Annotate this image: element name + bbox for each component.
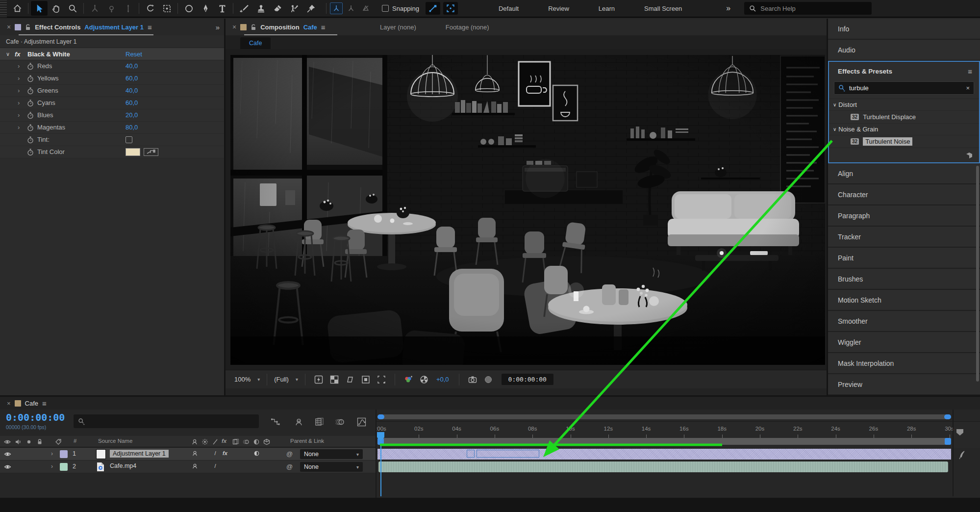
transparency-grid-icon[interactable] xyxy=(328,374,341,385)
audio-column-icon[interactable] xyxy=(15,438,22,445)
effect-controls-layer-name[interactable]: Adjustment Layer 1 xyxy=(84,24,144,31)
magnification-value[interactable]: 100% xyxy=(234,376,251,383)
shy-switch[interactable] xyxy=(190,450,199,458)
snap-to-features-icon[interactable] xyxy=(443,2,458,15)
workspace-tab-learn[interactable]: Learn xyxy=(599,5,615,12)
workspace-tab-review[interactable]: Review xyxy=(548,5,569,12)
guides-options-icon[interactable] xyxy=(359,374,372,385)
panel-menu-icon[interactable]: ≡ xyxy=(968,67,972,76)
layer-in-handle[interactable] xyxy=(467,450,475,458)
panel-tab-wiggler[interactable]: Wiggler xyxy=(828,332,980,353)
effects-group-noise-grain[interactable]: ∨ Noise & Grain xyxy=(829,123,979,135)
chevron-down-icon[interactable]: ▾ xyxy=(257,377,260,382)
layer-row-adjustment[interactable]: › 1 Adjustment Layer 1 / fx @ None▾ xyxy=(0,448,377,461)
snap-along-edges-icon[interactable] xyxy=(426,2,440,15)
effect-header-row[interactable]: ∨ fx Black & White Reset xyxy=(0,48,224,60)
navigator-start-handle[interactable] xyxy=(377,414,384,419)
dolly-camera-tool-icon[interactable] xyxy=(120,1,136,16)
panel-tab-smoother[interactable]: Smoother xyxy=(828,311,980,332)
param-row-blues[interactable]: › Blues 20,0 xyxy=(0,109,224,122)
expander-icon[interactable]: › xyxy=(18,124,20,131)
stopwatch-icon[interactable] xyxy=(27,149,34,156)
stopwatch-icon[interactable] xyxy=(27,87,34,95)
stopwatch-icon[interactable] xyxy=(27,100,34,107)
workspace-overflow-icon[interactable]: » xyxy=(726,4,730,13)
puppet-pin-tool-icon[interactable] xyxy=(302,1,319,16)
param-row-greens[interactable]: › Greens 40,0 xyxy=(0,85,224,97)
search-help-field[interactable]: Search Help xyxy=(744,2,872,15)
effect-item-turbulent-noise[interactable]: 32 Turbulent Noise xyxy=(829,135,979,148)
resolution-value[interactable]: (Full) xyxy=(274,376,289,383)
work-area-bar[interactable] xyxy=(377,438,951,445)
solo-column-icon[interactable] xyxy=(25,438,33,445)
panel-tab-mask-interpolation[interactable]: Mask Interpolation xyxy=(828,353,980,374)
parent-dropdown[interactable]: None▾ xyxy=(300,449,363,459)
panel-tab-audio[interactable]: Audio xyxy=(828,40,980,61)
timeline-track-area[interactable]: :00s02s04s06s08s10s12s14s16s18s20s22s24s… xyxy=(377,410,980,496)
mini-flowchart-icon[interactable] xyxy=(268,415,282,428)
graph-editor-icon[interactable] xyxy=(354,415,369,428)
eyedropper-button[interactable] xyxy=(144,148,158,156)
current-time-display[interactable]: 0:00:00:00 xyxy=(6,411,65,423)
world-axis-mode-icon[interactable] xyxy=(345,2,357,14)
exposure-value[interactable]: +0,0 xyxy=(436,376,449,383)
panel-tab-info[interactable]: Info xyxy=(828,19,980,40)
timeline-tab-cafe[interactable]: Cafe xyxy=(25,400,38,407)
effect-name[interactable]: Black & White xyxy=(27,51,70,58)
pen-tool-icon[interactable] xyxy=(197,1,214,16)
visibility-eye-icon[interactable] xyxy=(4,451,11,459)
param-row-tint-color[interactable]: Tint Color xyxy=(0,146,224,158)
panel-menu-icon[interactable]: ≡ xyxy=(321,23,326,31)
panel-tab-motion-sketch[interactable]: Motion Sketch xyxy=(828,290,980,311)
shy-column-icon[interactable] xyxy=(191,438,199,445)
workspace-tab-default[interactable]: Default xyxy=(499,5,519,12)
new-preset-icon[interactable] xyxy=(965,152,973,159)
expander-icon[interactable]: › xyxy=(18,87,20,94)
mask-visibility-icon[interactable] xyxy=(344,374,356,385)
home-tool-icon[interactable] xyxy=(9,1,25,16)
frame-blend-column-icon[interactable] xyxy=(232,438,240,445)
region-of-interest-icon[interactable] xyxy=(375,374,388,385)
parent-pickwhip-icon[interactable]: @ xyxy=(286,463,293,470)
param-row-magentas[interactable]: › Magentas 80,0 xyxy=(0,122,224,134)
stopwatch-icon[interactable] xyxy=(27,112,34,119)
composition-viewer[interactable] xyxy=(226,49,827,370)
lock-column-icon[interactable] xyxy=(36,438,44,445)
clone-stamp-tool-icon[interactable] xyxy=(252,1,269,16)
zoom-tool-icon[interactable] xyxy=(64,1,81,16)
roto-brush-tool-icon[interactable] xyxy=(286,1,302,16)
close-panel-icon[interactable]: × xyxy=(7,23,11,31)
param-row-cyans[interactable]: › Cyans 60,0 xyxy=(0,97,224,109)
rotation-tool-icon[interactable] xyxy=(142,1,158,16)
label-column-icon[interactable] xyxy=(55,438,62,445)
quality-column-icon[interactable] xyxy=(212,438,219,445)
video-column-icon[interactable] xyxy=(4,438,11,445)
stopwatch-icon[interactable] xyxy=(27,136,34,144)
pen-edit-icon[interactable] xyxy=(958,451,966,461)
tint-checkbox[interactable] xyxy=(126,136,132,143)
unlock-icon[interactable] xyxy=(251,24,256,30)
panel-tab-paragraph[interactable]: Paragraph xyxy=(828,205,980,227)
panel-menu-icon[interactable]: ≡ xyxy=(148,23,152,31)
effects-presets-search-field[interactable]: turbule × xyxy=(834,81,974,95)
param-row-tint[interactable]: Tint: xyxy=(0,134,224,146)
frame-blending-icon[interactable] xyxy=(312,415,327,428)
param-value[interactable]: 40,0 xyxy=(126,87,138,94)
close-panel-icon[interactable]: × xyxy=(7,400,11,407)
expander-icon[interactable]: › xyxy=(18,62,20,70)
number-column-header[interactable]: # xyxy=(74,438,76,444)
viewer-timecode[interactable]: 0:00:00:00 xyxy=(502,374,553,385)
snapshot-icon[interactable] xyxy=(466,374,479,385)
clear-search-icon[interactable]: × xyxy=(966,84,970,92)
parent-dropdown[interactable]: None▾ xyxy=(300,462,363,472)
pan-camera-tool-icon[interactable] xyxy=(103,1,120,16)
orbit-camera-tool-icon[interactable] xyxy=(86,1,103,16)
pan-behind-tool-icon[interactable] xyxy=(158,1,175,16)
quality-switch[interactable]: / xyxy=(211,463,220,469)
unlock-icon[interactable] xyxy=(25,24,31,30)
param-value[interactable]: 60,0 xyxy=(126,99,138,106)
parent-link-column-header[interactable]: Parent & Link xyxy=(290,438,324,444)
motion-blur-column-icon[interactable] xyxy=(243,438,250,445)
eraser-tool-icon[interactable] xyxy=(269,1,286,16)
layer-row-footage[interactable]: › 2 Cafe.mp4 / @ None▾ xyxy=(0,461,377,473)
